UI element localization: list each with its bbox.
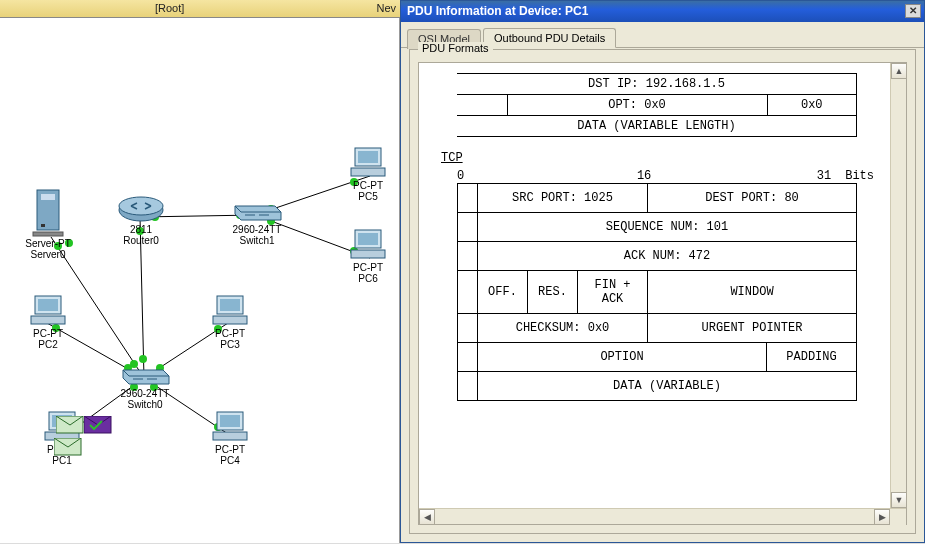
tab-outbound-pdu[interactable]: Outbound PDU Details (483, 28, 616, 48)
ip-opt: OPT: 0x0 (507, 95, 767, 116)
svg-point-20 (150, 383, 158, 391)
scroll-down-button[interactable]: ▼ (891, 492, 907, 508)
tcp-section-label: TCP (441, 151, 874, 165)
tcp-window: WINDOW (648, 271, 857, 314)
svg-point-27 (350, 247, 358, 255)
svg-point-13 (136, 227, 144, 235)
svg-point-14 (52, 324, 60, 332)
root-label: [Root] (155, 2, 184, 14)
svg-point-12 (139, 355, 147, 363)
tcp-urgent: URGENT POINTER (648, 314, 857, 343)
svg-point-16 (156, 364, 164, 372)
nev-label: Nev (376, 2, 396, 14)
bits-label: Bits (845, 169, 874, 183)
vertical-scrollbar[interactable]: ▲ ▼ (890, 63, 906, 508)
svg-point-26 (267, 217, 275, 225)
svg-point-10 (65, 239, 73, 247)
bit-scale: 0 16 31 (457, 169, 831, 183)
close-button[interactable]: ✕ (905, 4, 921, 18)
scroll-up-button[interactable]: ▲ (891, 63, 907, 79)
tcp-seq: SEQUENCE NUM: 101 (478, 213, 857, 242)
tcp-off: OFF. (478, 271, 528, 314)
tcp-option: OPTION (478, 343, 767, 372)
ip-header-table: DST IP: 192.168.1.5 OPT: 0x0 0x0 DATA (V… (457, 73, 857, 137)
ip-dst: DST IP: 192.168.1.5 (457, 74, 857, 95)
tcp-padding: PADDING (767, 343, 857, 372)
pdu-info-window: PDU Information at Device: PC1 ✕ OSI Mod… (400, 0, 925, 543)
svg-point-23 (236, 211, 244, 219)
tcp-dst-port: DEST PORT: 80 (648, 184, 857, 213)
tcp-checksum: CHECKSUM: 0x0 (478, 314, 648, 343)
svg-point-22 (151, 213, 159, 221)
svg-point-24 (267, 205, 275, 213)
svg-point-15 (124, 364, 132, 372)
tcp-res: RES. (528, 271, 578, 314)
window-titlebar[interactable]: PDU Information at Device: PC1 ✕ (401, 1, 924, 22)
pdu-envelope-check-icon[interactable] (84, 416, 112, 434)
ip-pad: 0x0 (767, 95, 857, 116)
scroll-area: DST IP: 192.168.1.5 OPT: 0x0 0x0 DATA (V… (418, 62, 907, 525)
scrollbar-corner (890, 509, 906, 525)
pdu-formats-group: PDU Formats DST IP: 192.168.1.5 OPT: 0x0… (409, 49, 916, 534)
svg-point-17 (214, 325, 222, 333)
toolbar: [Root] Nev (0, 0, 400, 18)
pdu-envelope-icon[interactable] (56, 416, 84, 434)
topology-canvas[interactable]: Server-PTServer0 2811Router0 2960-24TTSw… (0, 18, 400, 543)
pdu-envelope-icon[interactable] (54, 438, 82, 456)
tcp-header-table: SRC PORT: 1025 DEST PORT: 80 SEQUENCE NU… (457, 183, 857, 401)
tcp-data: DATA (VARIABLE) (478, 372, 857, 401)
tcp-src-port: SRC PORT: 1025 (478, 184, 648, 213)
tcp-flags: FIN + ACK (578, 271, 648, 314)
groupbox-title: PDU Formats (418, 42, 493, 54)
svg-point-21 (214, 423, 222, 431)
window-title: PDU Information at Device: PC1 (407, 4, 588, 18)
svg-line-1 (140, 217, 144, 378)
svg-point-25 (350, 178, 358, 186)
svg-point-9 (54, 242, 62, 250)
pdu-content: DST IP: 192.168.1.5 OPT: 0x0 0x0 DATA (V… (419, 63, 890, 508)
scroll-right-button[interactable]: ▶ (874, 509, 890, 525)
svg-point-19 (130, 383, 138, 391)
tcp-ack: ACK NUM: 472 (478, 242, 857, 271)
horizontal-scrollbar[interactable]: ◀ ▶ (419, 508, 906, 524)
ip-data: DATA (VARIABLE LENGTH) (457, 116, 857, 137)
links-layer (0, 18, 400, 543)
svg-line-0 (51, 237, 144, 378)
scroll-left-button[interactable]: ◀ (419, 509, 435, 525)
